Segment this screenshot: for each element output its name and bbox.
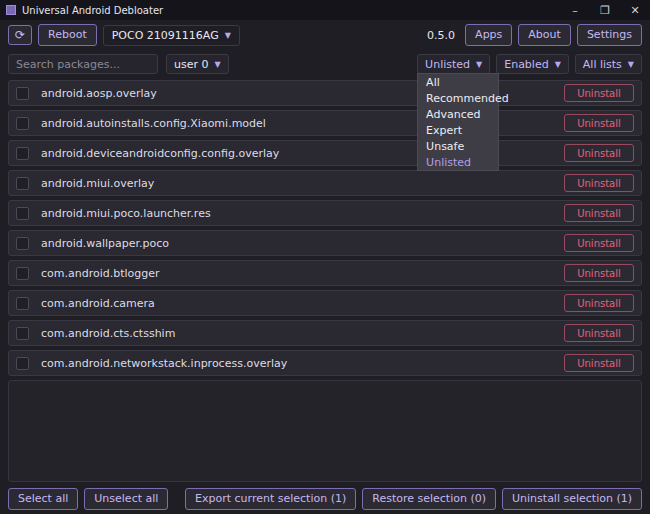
uninstall-button[interactable]: Uninstall [564,204,634,222]
package-row[interactable]: android.miui.poco.launcher.res Uninstall [8,200,642,226]
dropdown-option-recommended[interactable]: Recommended [418,90,498,106]
unselect-all-button[interactable]: Unselect all [84,488,168,509]
chevron-down-icon: ▼ [215,60,221,69]
uninstall-button[interactable]: Uninstall [564,174,634,192]
uninstall-selection-button[interactable]: Uninstall selection (1) [502,488,642,509]
package-row[interactable]: android.deviceandroidconfig.config.overl… [8,140,642,166]
package-checkbox[interactable] [16,327,29,340]
package-checkbox[interactable] [16,237,29,250]
list-filter-selector[interactable]: Unlisted ▼ AllRecommendedAdvancedExpertU… [417,54,490,74]
package-checkbox[interactable] [16,87,29,100]
uninstall-button[interactable]: Uninstall [564,144,634,162]
package-checkbox[interactable] [16,267,29,280]
package-name: android.miui.overlay [41,177,154,190]
package-checkbox[interactable] [16,207,29,220]
chevron-down-icon: ▼ [225,31,231,40]
lists-filter-selector[interactable]: All lists ▼ [575,54,642,74]
chevron-down-icon: ▼ [555,60,561,69]
user-selector[interactable]: user 0 ▼ [166,54,229,74]
description-panel [8,380,642,482]
package-checkbox[interactable] [16,147,29,160]
uninstall-button[interactable]: Uninstall [564,84,634,102]
dropdown-option-unsafe[interactable]: Unsafe [418,138,498,154]
package-checkbox[interactable] [16,297,29,310]
select-all-button[interactable]: Select all [8,488,78,509]
toolbar: ⟳ Reboot POCO 21091116AG ▼ 0.5.0 Apps Ab… [0,20,650,50]
user-selector-value: user 0 [174,58,209,71]
package-row[interactable]: com.android.camera Uninstall [8,290,642,316]
restore-selection-button[interactable]: Restore selection (0) [362,488,496,509]
reboot-button[interactable]: Reboot [38,24,97,45]
dropdown-option-expert[interactable]: Expert [418,122,498,138]
refresh-icon: ⟳ [15,28,25,42]
close-button[interactable]: ✕ [620,0,650,20]
package-row[interactable]: android.aosp.overlay Uninstall [8,80,642,106]
version-label: 0.5.0 [427,29,455,42]
list-filter-popup: AllRecommendedAdvancedExpertUnsafeUnlist… [417,73,499,171]
package-row[interactable]: com.android.cts.ctsshim Uninstall [8,320,642,346]
window-title: Universal Android Debloater [22,5,163,16]
lists-filter-value: All lists [583,58,622,71]
package-name: com.android.btlogger [41,267,160,280]
package-name: com.android.cts.ctsshim [41,327,175,340]
dropdown-option-unlisted[interactable]: Unlisted [418,154,498,170]
package-name: com.android.camera [41,297,155,310]
uninstall-button[interactable]: Uninstall [564,264,634,282]
package-name: android.aosp.overlay [41,87,157,100]
maximize-button[interactable]: ❐ [590,0,620,20]
package-checkbox[interactable] [16,357,29,370]
package-checkbox[interactable] [16,177,29,190]
uninstall-button[interactable]: Uninstall [564,234,634,252]
apps-button[interactable]: Apps [465,24,512,45]
package-row[interactable]: android.wallpaper.poco Uninstall [8,230,642,256]
chevron-down-icon: ▼ [628,60,634,69]
settings-button[interactable]: Settings [577,24,642,45]
window-controls: – ❐ ✕ [560,0,650,20]
uninstall-button[interactable]: Uninstall [564,324,634,342]
package-row[interactable]: android.miui.overlay Uninstall [8,170,642,196]
refresh-button[interactable]: ⟳ [8,25,32,45]
package-checkbox[interactable] [16,117,29,130]
minimize-button[interactable]: – [560,0,590,20]
package-row[interactable]: com.android.networkstack.inprocess.overl… [8,350,642,376]
footer: Select all Unselect all Export current s… [0,484,650,514]
list-filter-value: Unlisted [425,58,470,71]
package-name: android.wallpaper.poco [41,237,169,250]
package-row[interactable]: com.android.btlogger Uninstall [8,260,642,286]
about-button[interactable]: About [518,24,571,45]
export-selection-button[interactable]: Export current selection (1) [185,488,356,509]
package-row[interactable]: android.autoinstalls.config.Xiaomi.model… [8,110,642,136]
app-icon [6,5,16,15]
device-selector-value: POCO 21091116AG [112,29,219,42]
filter-selects: Unlisted ▼ AllRecommendedAdvancedExpertU… [417,54,642,74]
uninstall-button[interactable]: Uninstall [564,294,634,312]
package-name: android.miui.poco.launcher.res [41,207,211,220]
package-name: android.autoinstalls.config.Xiaomi.model [41,117,266,130]
state-filter-selector[interactable]: Enabled ▼ [496,54,569,74]
chevron-down-icon: ▼ [476,60,482,69]
titlebar: Universal Android Debloater – ❐ ✕ [0,0,650,20]
uninstall-button[interactable]: Uninstall [564,114,634,132]
footer-right: Export current selection (1) Restore sel… [185,488,642,509]
state-filter-value: Enabled [504,58,548,71]
package-name: android.deviceandroidconfig.config.overl… [41,147,279,160]
device-selector[interactable]: POCO 21091116AG ▼ [103,25,240,46]
dropdown-option-all[interactable]: All [418,74,498,90]
dropdown-option-advanced[interactable]: Advanced [418,106,498,122]
uninstall-button[interactable]: Uninstall [564,354,634,372]
filter-bar: user 0 ▼ Unlisted ▼ AllRecommendedAdvanc… [0,50,650,78]
package-name: com.android.networkstack.inprocess.overl… [41,357,287,370]
search-input[interactable] [8,54,158,74]
package-list: android.aosp.overlay Uninstall android.a… [0,78,650,376]
